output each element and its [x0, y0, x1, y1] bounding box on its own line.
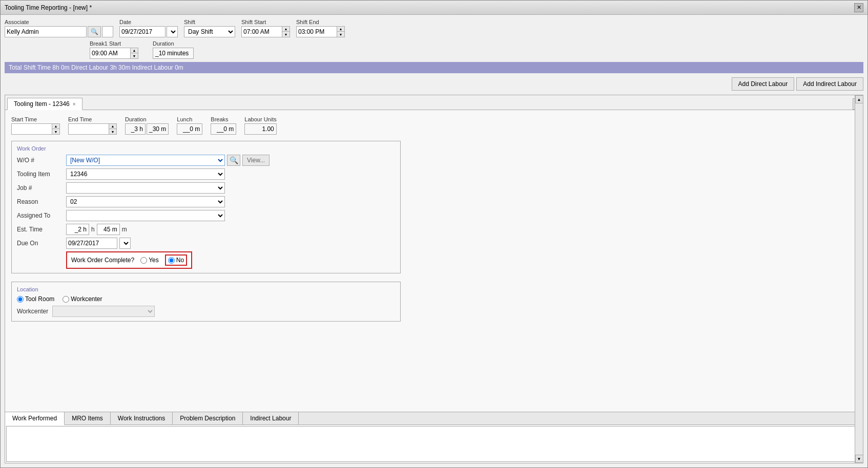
est-time-row: _2 h h 45 m m — [66, 224, 395, 235]
shift-end-spin: ▲ ▼ — [296, 26, 345, 37]
tool-room-label: Tool Room — [25, 295, 54, 303]
add-indirect-labour-button[interactable]: Add Indirect Labour — [796, 77, 863, 91]
info-bar: Total Shift Time 8h 0m Direct Labour 3h … — [5, 62, 863, 73]
shift-start-input[interactable] — [241, 26, 282, 37]
break-row: Break1 Start ▲ ▼ Duration _10 minutes — [90, 40, 863, 59]
tool-room-radio[interactable] — [17, 296, 24, 303]
est-time-h-unit: h — [91, 226, 95, 233]
wo-complete-no-option: No — [165, 254, 187, 266]
job-num-select[interactable] — [66, 182, 225, 194]
break1-duration-value: _10 minutes — [153, 48, 194, 59]
scroll-up-arrow[interactable]: ▲ — [855, 95, 863, 103]
tooling-item-tab[interactable]: Tooling Item - 12346 × — [7, 98, 82, 110]
wo-complete-label: Work Order Complete? — [71, 257, 134, 264]
shift-end-label: Shift End — [296, 19, 345, 25]
reason-row: 02 — [66, 196, 395, 207]
shift-end-down[interactable]: ▼ — [337, 32, 344, 37]
date-dropdown[interactable] — [167, 26, 178, 37]
tab-close-icon[interactable]: × — [73, 101, 76, 107]
main-window: Tooling Time Reporting - [new] * ✕ Assoc… — [0, 0, 868, 468]
shift-start-group: Shift Start ▲ ▼ — [241, 19, 290, 37]
view-button[interactable]: View... — [242, 155, 270, 166]
wo-complete-no-label: No — [176, 257, 184, 264]
tab-mro-items[interactable]: MRO Items — [65, 412, 111, 424]
assigned-to-select[interactable] — [66, 210, 225, 221]
wo-complete-yes-option: Yes — [140, 257, 159, 264]
start-time-input[interactable] — [11, 123, 52, 135]
reason-select[interactable]: 02 — [66, 196, 225, 207]
bottom-tab-header: Work Performed MRO Items Work Instructio… — [5, 412, 863, 425]
date-group: Date — [119, 19, 178, 37]
duration-display: _3 h _30 m — [125, 123, 169, 135]
wo-num-select[interactable]: [New W/O] — [66, 155, 225, 166]
shift-end-arrows: ▲ ▼ — [337, 26, 345, 37]
associate-dropdown[interactable] — [102, 26, 113, 37]
start-time-spin: ▲ ▼ — [11, 123, 60, 135]
end-time-label: End Time — [68, 116, 117, 122]
shift-label: Shift — [184, 19, 235, 25]
tab-work-performed[interactable]: Work Performed — [5, 412, 65, 425]
start-time-up[interactable]: ▲ — [52, 124, 59, 129]
wo-complete-no-radio[interactable] — [168, 257, 175, 264]
end-time-up[interactable]: ▲ — [109, 124, 116, 129]
workcenter-input-label: Workcenter — [17, 308, 48, 315]
workcenter-radio-label: Workcenter — [71, 295, 102, 303]
duration-group: Duration _3 h _30 m — [125, 116, 169, 135]
tab-indirect-labour[interactable]: Indirect Labour — [243, 412, 299, 424]
est-time-h: _2 h — [66, 224, 89, 235]
associate-search-icon[interactable]: 🔍 — [88, 26, 101, 37]
breaks-label: Breaks — [211, 116, 236, 122]
tab-label: Tooling Item - 12346 — [14, 100, 70, 108]
workcenter-select[interactable] — [52, 306, 155, 317]
shift-group: Shift Day Shift — [184, 19, 235, 37]
due-on-input[interactable] — [66, 238, 117, 249]
end-time-input[interactable] — [68, 123, 109, 135]
shift-start-spin: ▲ ▼ — [241, 26, 290, 37]
assigned-to-label: Assigned To — [17, 212, 63, 219]
break1-start-down[interactable]: ▼ — [131, 53, 138, 58]
shift-start-label: Shift Start — [241, 19, 290, 25]
tool-room-option: Tool Room — [17, 295, 54, 303]
associate-label: Associate — [5, 19, 113, 25]
labour-units-group: Labour Units 1.00 — [244, 116, 276, 135]
start-time-arrows: ▲ ▼ — [52, 123, 60, 135]
workcenter-radio[interactable] — [63, 296, 69, 303]
tab-header: Tooling Item - 12346 × ▼ — [5, 95, 863, 110]
date-input[interactable] — [119, 26, 166, 37]
wo-complete-yes-radio[interactable] — [140, 257, 147, 264]
tooling-item-row: 12346 — [66, 168, 395, 180]
tab-work-instructions[interactable]: Work Instructions — [111, 412, 173, 424]
breaks-value: __0 m — [211, 123, 236, 135]
break1-start-input[interactable] — [90, 48, 131, 59]
break1-start-up[interactable]: ▲ — [131, 48, 138, 53]
shift-select[interactable]: Day Shift — [184, 26, 235, 37]
due-on-label: Due On — [17, 240, 63, 247]
add-direct-labour-button[interactable]: Add Direct Labour — [732, 77, 795, 91]
assigned-to-row — [66, 210, 395, 221]
est-time-m-unit: m — [122, 226, 127, 233]
tab-problem-description[interactable]: Problem Description — [173, 412, 243, 424]
scroll-down-arrow[interactable]: ▼ — [855, 455, 863, 463]
lunch-group: Lunch __0 m — [177, 116, 202, 135]
toolbar: Add Direct Labour Add Indirect Labour — [5, 77, 863, 91]
end-time-spin: ▲ ▼ — [68, 123, 117, 135]
workcenter-input-row: Workcenter — [17, 306, 395, 317]
start-time-down[interactable]: ▼ — [52, 129, 59, 134]
shift-end-up[interactable]: ▲ — [337, 27, 344, 32]
tooling-item-select[interactable]: 12346 — [66, 168, 225, 180]
shift-end-input[interactable] — [296, 26, 337, 37]
end-time-down[interactable]: ▼ — [109, 129, 116, 134]
due-on-dropdown[interactable] — [119, 238, 131, 249]
associate-input[interactable] — [5, 26, 87, 37]
wo-complete-row: Work Order Complete? Yes No — [66, 251, 192, 269]
shift-start-up[interactable]: ▲ — [282, 27, 290, 32]
close-button[interactable]: ✕ — [854, 3, 863, 12]
associate-group: Associate 🔍 — [5, 19, 113, 37]
header-row: Associate 🔍 Date Shift — [5, 19, 863, 37]
lunch-value: __0 m — [177, 123, 202, 135]
title-bar: Tooling Time Reporting - [new] * ✕ — [1, 1, 867, 15]
date-field-row — [119, 26, 178, 37]
work-performed-textarea[interactable] — [7, 427, 861, 461]
shift-start-down[interactable]: ▼ — [282, 32, 290, 37]
wo-search-icon[interactable]: 🔍 — [227, 155, 240, 166]
